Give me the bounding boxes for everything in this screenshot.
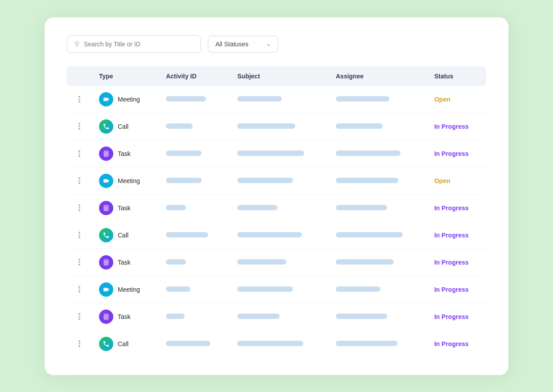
row-dots-menu[interactable] <box>67 86 92 113</box>
dots-menu-icon[interactable] <box>74 284 85 294</box>
row-status: In Progress <box>427 303 486 330</box>
row-status: In Progress <box>427 194 486 221</box>
row-assignee <box>329 249 427 276</box>
svg-rect-12 <box>104 260 108 265</box>
status-badge: In Progress <box>434 204 469 212</box>
activity-id-skeleton <box>166 232 208 237</box>
row-activity-id <box>159 86 230 113</box>
row-assignee <box>329 113 427 140</box>
type-label: Call <box>118 232 128 239</box>
row-type: Call <box>92 330 159 357</box>
row-type: Task <box>92 140 159 167</box>
row-dots-menu[interactable] <box>67 276 92 303</box>
table-row: CallIn Progress <box>67 221 486 249</box>
svg-rect-1 <box>104 151 108 156</box>
row-subject <box>230 303 329 330</box>
task-icon <box>99 201 113 215</box>
table-row: TaskIn Progress <box>67 140 486 167</box>
col-status: Status <box>427 66 486 86</box>
search-input[interactable] <box>84 41 193 48</box>
row-status: In Progress <box>427 221 486 249</box>
assignee-skeleton <box>336 205 387 210</box>
row-dots-menu[interactable] <box>67 140 92 167</box>
activity-id-skeleton <box>166 341 210 346</box>
row-dots-menu[interactable] <box>67 221 92 249</box>
row-dots-menu[interactable] <box>67 330 92 357</box>
svg-rect-6 <box>103 179 107 183</box>
row-subject <box>230 330 329 357</box>
subject-skeleton <box>237 314 280 319</box>
row-assignee <box>329 86 427 113</box>
subject-skeleton <box>237 178 293 183</box>
row-activity-id <box>159 249 230 276</box>
dots-menu-icon[interactable] <box>74 257 85 267</box>
subject-skeleton <box>237 341 303 346</box>
row-dots-menu[interactable] <box>67 167 92 194</box>
row-subject <box>230 167 329 194</box>
assignee-skeleton <box>336 314 387 319</box>
dots-menu-icon[interactable] <box>74 203 85 213</box>
table-row: MeetingOpen <box>67 86 486 113</box>
table-row: MeetingOpen <box>67 167 486 194</box>
row-type: Task <box>92 303 159 330</box>
type-label: Task <box>118 204 131 212</box>
main-card: ⚲ All Statuses ⌄ Type Activity ID Subjec… <box>45 17 508 375</box>
search-box[interactable]: ⚲ <box>67 35 201 53</box>
status-badge: In Progress <box>434 340 469 347</box>
meeting-icon <box>99 92 113 106</box>
row-activity-id <box>159 167 230 194</box>
svg-rect-17 <box>103 288 107 291</box>
row-dots-menu[interactable] <box>67 113 92 140</box>
dots-menu-icon[interactable] <box>74 176 85 186</box>
activities-table: Type Activity ID Subject Assignee Status… <box>67 66 486 357</box>
table-row: TaskIn Progress <box>67 194 486 221</box>
row-dots-menu[interactable] <box>67 303 92 330</box>
activity-id-skeleton <box>166 123 193 129</box>
row-status: In Progress <box>427 140 486 167</box>
type-label: Call <box>118 123 128 130</box>
row-assignee <box>329 194 427 221</box>
type-label: Meeting <box>118 177 140 184</box>
activity-id-skeleton <box>166 205 186 210</box>
type-label: Task <box>118 150 131 157</box>
dots-menu-icon[interactable] <box>74 121 85 131</box>
toolbar: ⚲ All Statuses ⌄ <box>67 35 486 53</box>
dots-menu-icon[interactable] <box>74 148 85 159</box>
status-badge: Open <box>434 177 450 184</box>
dots-menu-icon[interactable] <box>74 230 85 240</box>
row-status: In Progress <box>427 276 486 303</box>
row-activity-id <box>159 303 230 330</box>
type-label: Task <box>118 313 131 320</box>
table-row: TaskIn Progress <box>67 249 486 276</box>
row-subject <box>230 221 329 249</box>
row-dots-menu[interactable] <box>67 249 92 276</box>
type-label: Call <box>118 340 128 347</box>
row-assignee <box>329 330 427 357</box>
row-activity-id <box>159 221 230 249</box>
row-status: Open <box>427 86 486 113</box>
row-dots-menu[interactable] <box>67 194 92 221</box>
dots-menu-icon[interactable] <box>74 311 85 322</box>
status-badge: Open <box>434 96 450 103</box>
status-dropdown[interactable]: All Statuses ⌄ <box>208 36 278 53</box>
subject-skeleton <box>237 286 293 292</box>
status-dropdown-label: All Statuses <box>215 41 248 48</box>
subject-skeleton <box>237 259 286 265</box>
dots-menu-icon[interactable] <box>74 94 85 104</box>
task-icon <box>99 255 113 270</box>
row-activity-id <box>159 113 230 140</box>
assignee-skeleton <box>336 286 380 292</box>
row-activity-id <box>159 194 230 221</box>
dots-menu-icon[interactable] <box>74 339 85 349</box>
table-row: TaskIn Progress <box>67 303 486 330</box>
activity-id-skeleton <box>166 314 185 319</box>
status-badge: In Progress <box>434 150 469 157</box>
assignee-skeleton <box>336 151 400 156</box>
row-assignee <box>329 303 427 330</box>
row-type: Task <box>92 194 159 221</box>
col-type: Type <box>92 66 159 86</box>
subject-skeleton <box>237 96 282 102</box>
row-type: Meeting <box>92 86 159 113</box>
row-assignee <box>329 167 427 194</box>
row-assignee <box>329 276 427 303</box>
